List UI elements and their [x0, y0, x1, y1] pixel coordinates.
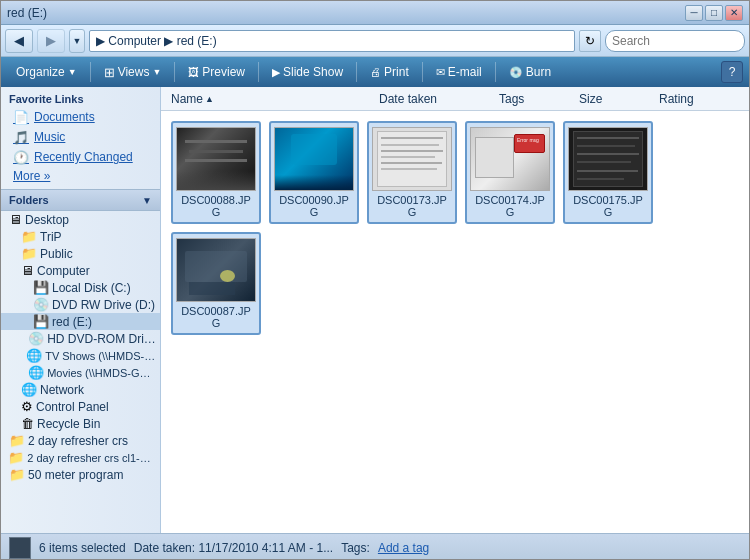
col-header-name[interactable]: Name ▲	[171, 92, 379, 106]
tree-item-local-c[interactable]: 💾 Local Disk (C:)	[1, 279, 160, 296]
tree-item-desktop[interactable]: 🖥 Desktop	[1, 211, 160, 228]
file-item-dsc175[interactable]: DSC00175.JPG	[563, 121, 653, 224]
help-button[interactable]: ?	[721, 61, 743, 83]
email-button[interactable]: ✉ E-mail	[427, 60, 491, 84]
back-button[interactable]: ◀	[5, 29, 33, 53]
file-name-dsc90: DSC00090.JPG	[275, 194, 353, 218]
tree-text: 50 meter program	[28, 468, 123, 482]
add-tag-link[interactable]: Add a tag	[378, 541, 429, 555]
status-bar: 6 items selected Date taken: 11/17/2010 …	[1, 533, 749, 560]
sidebar-item-label: Documents	[34, 110, 95, 124]
tree-item-hddvd-f[interactable]: 💿 HD DVD-ROM Drive (F:)	[1, 330, 160, 347]
network-drive-icon: 🌐	[26, 348, 42, 363]
sidebar-item-music[interactable]: 🎵 Music	[1, 127, 160, 147]
organize-button[interactable]: Organize ▼	[7, 60, 86, 84]
tree-item-recycle-bin[interactable]: 🗑 Recycle Bin	[1, 415, 160, 432]
tree-text: DVD RW Drive (D:)	[52, 298, 155, 312]
toolbar-divider-1	[90, 62, 91, 82]
computer-icon: 🖥	[21, 263, 34, 278]
recently-changed-icon: 🕐	[13, 149, 29, 165]
folders-label: Folders	[9, 194, 49, 206]
burn-icon: 💿	[509, 66, 523, 79]
preview-button[interactable]: 🖼 Preview	[179, 60, 254, 84]
folder-tree: 🖥 Desktop 📁 TriP 📁 Public 🖥 Computer 💾	[1, 211, 160, 483]
col-header-size[interactable]: Size	[579, 92, 659, 106]
file-item-dsc87[interactable]: DSC00087.JPG	[171, 232, 261, 335]
folder-icon: 📁	[21, 246, 37, 261]
col-header-date[interactable]: Date taken	[379, 92, 499, 106]
status-items-selected: 6 items selected	[39, 541, 126, 555]
file-item-dsc174[interactable]: Error msg DSC00174.JPG	[465, 121, 555, 224]
views-button[interactable]: ⊞ Views ▼	[95, 60, 171, 84]
tree-item-2day-2[interactable]: 📁 2 day refresher crs cl1-2 Dec 13	[1, 449, 160, 466]
maximize-button[interactable]: □	[705, 5, 723, 21]
search-input[interactable]	[612, 34, 750, 48]
status-tags-label: Tags:	[341, 541, 370, 555]
thumbnail-dsc87	[176, 238, 256, 302]
tree-text: Computer	[37, 264, 90, 278]
tree-item-movies-z[interactable]: 🌐 Movies (\\HMDS-GPR) (Z:)	[1, 364, 160, 381]
title-bar-title: red (E:)	[7, 6, 47, 20]
tree-text: Movies (\\HMDS-GPR) (Z:)	[47, 367, 156, 379]
minimize-button[interactable]: ─	[685, 5, 703, 21]
main-area: Favorite Links 📄 Documents 🎵 Music 🕐 Rec…	[1, 87, 749, 533]
address-path[interactable]: ▶ Computer ▶ red (E:)	[89, 30, 575, 52]
slideshow-button[interactable]: ▶ Slide Show	[263, 60, 352, 84]
sidebar-item-label: Recently Changed	[34, 150, 133, 164]
folders-collapse-icon: ▼	[142, 195, 152, 206]
thumbnail-dsc88	[176, 127, 256, 191]
tree-item-2day-1[interactable]: 📁 2 day refresher crs	[1, 432, 160, 449]
tree-item-tv-y[interactable]: 🌐 TV Shows (\\HMDS-GPR) (Y:)	[1, 347, 160, 364]
file-grid[interactable]: DSC00088.JPG DSC00090.JPG	[161, 111, 749, 533]
documents-icon: 📄	[13, 109, 29, 125]
print-button[interactable]: 🖨 Print	[361, 60, 418, 84]
forward-button[interactable]: ▶	[37, 29, 65, 53]
dropdown-button[interactable]: ▼	[69, 29, 85, 53]
tree-item-computer[interactable]: 🖥 Computer	[1, 262, 160, 279]
email-icon: ✉	[436, 66, 445, 79]
tree-item-network[interactable]: 🌐 Network	[1, 381, 160, 398]
favorite-links-header: Favorite Links	[1, 87, 160, 107]
control-panel-icon: ⚙	[21, 399, 33, 414]
col-header-rating[interactable]: Rating	[659, 92, 739, 106]
search-box[interactable]: 🔍	[605, 30, 745, 52]
views-icon: ⊞	[104, 65, 115, 80]
tree-item-dvd-d[interactable]: 💿 DVD RW Drive (D:)	[1, 296, 160, 313]
tree-text: Network	[40, 383, 84, 397]
sidebar: Favorite Links 📄 Documents 🎵 Music 🕐 Rec…	[1, 87, 161, 533]
tree-item-50meter[interactable]: 📁 50 meter program	[1, 466, 160, 483]
tree-text: Desktop	[25, 213, 69, 227]
file-item-dsc90[interactable]: DSC00090.JPG	[269, 121, 359, 224]
close-button[interactable]: ✕	[725, 5, 743, 21]
tree-text: TriP	[40, 230, 62, 244]
address-bar: ◀ ▶ ▼ ▶ Computer ▶ red (E:) ↻ 🔍	[1, 25, 749, 57]
sidebar-item-documents[interactable]: 📄 Documents	[1, 107, 160, 127]
network-drive2-icon: 🌐	[28, 365, 44, 380]
print-icon: 🖨	[370, 66, 381, 78]
burn-button[interactable]: 💿 Burn	[500, 60, 560, 84]
column-headers: Name ▲ Date taken Tags Size Rating	[161, 87, 749, 111]
desktop-icon: 🖥	[9, 212, 22, 227]
folder-icon: 📁	[21, 229, 37, 244]
col-header-tags[interactable]: Tags	[499, 92, 579, 106]
tree-item-control-panel[interactable]: ⚙ Control Panel	[1, 398, 160, 415]
tree-item-red-e[interactable]: 💾 red (E:)	[1, 313, 160, 330]
network-icon: 🌐	[21, 382, 37, 397]
slideshow-icon: ▶	[272, 66, 280, 79]
toolbar-divider-2	[174, 62, 175, 82]
folder-icon: 📁	[9, 467, 25, 482]
file-item-dsc173[interactable]: DSC00173.JPG	[367, 121, 457, 224]
recycle-bin-icon: 🗑	[21, 416, 34, 431]
refresh-button[interactable]: ↻	[579, 30, 601, 52]
sidebar-item-recently-changed[interactable]: 🕐 Recently Changed	[1, 147, 160, 167]
toolbar-divider-4	[356, 62, 357, 82]
file-item-dsc88[interactable]: DSC00088.JPG	[171, 121, 261, 224]
organize-dropdown-icon: ▼	[68, 67, 77, 77]
more-link[interactable]: More »	[1, 167, 160, 189]
views-dropdown-icon: ▼	[152, 67, 161, 77]
tree-item-trip[interactable]: 📁 TriP	[1, 228, 160, 245]
folders-header[interactable]: Folders ▼	[1, 189, 160, 211]
tree-item-public[interactable]: 📁 Public	[1, 245, 160, 262]
status-date-taken: Date taken: 11/17/2010 4:11 AM - 1...	[134, 541, 333, 555]
tree-text: Public	[40, 247, 73, 261]
